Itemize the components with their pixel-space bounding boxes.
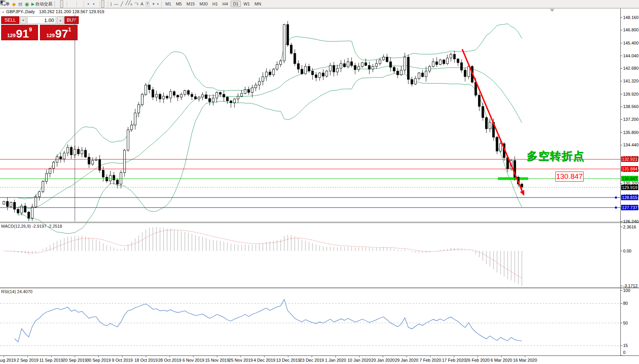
date-tick: 13 Dec 2019 — [276, 358, 300, 362]
price-tag: 127.737 — [621, 205, 638, 210]
rsi-label: RSI(14) 24.4070 — [1, 289, 33, 294]
date-tick: 7 Feb 2020 — [420, 358, 441, 362]
date-tick: 30 Sep 2019 — [86, 358, 111, 362]
date-tick: 16 Mar 2020 — [513, 358, 537, 362]
rsi-scale-tick: 80 — [623, 301, 628, 306]
rsi-scale-tick: 15 — [623, 343, 628, 348]
price-tick: 148.160 — [623, 15, 639, 20]
price-tag: 128.815 — [621, 195, 638, 200]
price-tick: 146.800 — [623, 27, 639, 32]
date-tick: 2 Sep 2019 — [17, 358, 38, 362]
date-tick: 6 Mar 2020 — [490, 358, 512, 362]
level-price-annotation: 130.847 — [555, 172, 584, 182]
pane-separator[interactable] — [0, 222, 639, 222]
date-tick: 15 Nov 2019 — [205, 358, 229, 362]
date-tick: 9 Oct 2019 — [112, 358, 133, 362]
time-axis-border — [0, 355, 639, 356]
macd-scale-tick: 2.3616 — [623, 225, 636, 229]
price-chart-canvas[interactable] — [0, 0, 639, 364]
macd-scale-tick: -3.1712 — [623, 283, 637, 288]
date-tick: 20 Jan 2020 — [371, 358, 395, 362]
price-tick: 138.560 — [623, 104, 639, 109]
rsi-scale-tick: 50 — [623, 321, 628, 325]
macd-label: MACD(12,26,9) -2.9197 -2.2518 — [1, 224, 62, 228]
date-tick: 18 Oct 2019 — [135, 358, 158, 362]
date-tick: 17 Feb 2020 — [442, 358, 466, 362]
rsi-scale-tick: 100 — [623, 288, 630, 293]
price-tag: 131.884 — [621, 166, 638, 172]
date-tick: 23 Dec 2019 — [300, 358, 324, 362]
price-tick: 145.400 — [623, 41, 639, 45]
date-tick: 25 Nov 2019 — [229, 358, 253, 362]
date-tick: 4 Dec 2019 — [254, 358, 275, 362]
pane-separator[interactable] — [0, 287, 639, 288]
price-tick: 134.440 — [623, 143, 639, 147]
price-tick: 141.320 — [623, 79, 639, 83]
date-tick: 28 Oct 2019 — [158, 358, 181, 362]
date-tick: 20 Sep 2019 — [63, 358, 87, 362]
turning-point-annotation: 多空转折点 — [527, 149, 585, 163]
price-tick: 126.240 — [623, 219, 639, 224]
date-tick: 6 Nov 2019 — [183, 358, 204, 362]
price-tick: 139.920 — [623, 92, 639, 96]
pane-separator — [0, 288, 639, 288]
price-tag: 132.921 — [621, 156, 638, 162]
price-tick: 135.800 — [623, 130, 639, 135]
price-tick: 144.040 — [623, 53, 639, 58]
pane-separator — [0, 223, 639, 223]
rsi-scale-tick: 0 — [623, 350, 625, 355]
date-tick: 26 Feb 2020 — [466, 358, 490, 362]
date-tick: 11 Sep 2019 — [39, 358, 63, 362]
price-tick: 137.200 — [623, 117, 639, 122]
price-tick: 142.680 — [623, 66, 639, 70]
date-tick: 10 Jan 2020 — [347, 358, 371, 362]
price-axis-border — [620, 9, 621, 355]
date-tick: 1 Jan 2020 — [325, 358, 346, 362]
price-tag: 130.847 — [621, 176, 638, 181]
date-tick: 29 Jan 2020 — [395, 358, 418, 362]
macd-scale-tick: 0.00 — [623, 249, 631, 253]
price-tag: 129.919 — [621, 185, 638, 190]
date-tick: 23 Aug 2019 — [0, 358, 16, 362]
mt4-application: 订单 ◆ ▤ ◉ ▶ 自动交易 ▼ ▼ | — ╱ ╱╱E ┄F A T — [0, 0, 639, 364]
